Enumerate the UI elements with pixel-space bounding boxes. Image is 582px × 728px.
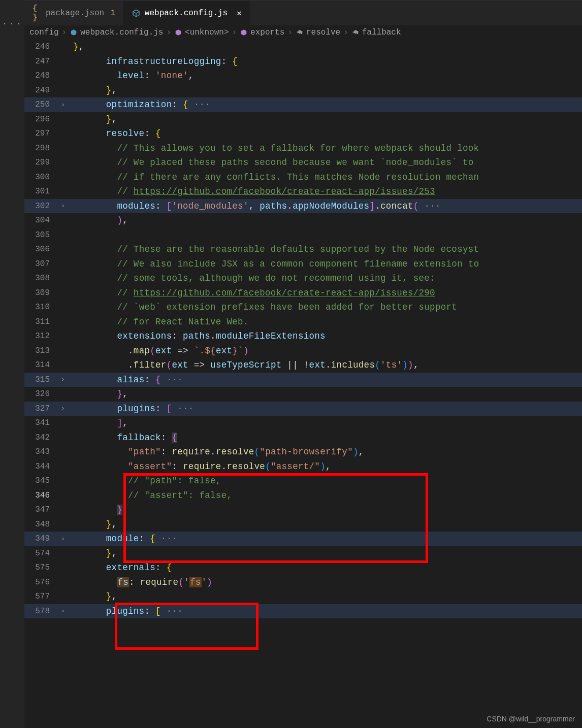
line-number: 327	[24, 404, 61, 413]
line-number: 347	[24, 505, 61, 514]
line-number: 314	[24, 360, 61, 370]
line-number: 305	[24, 230, 61, 240]
fold-icon[interactable]: ›	[61, 535, 73, 543]
line-number: 307	[24, 259, 61, 269]
chevron-right-icon: ›	[287, 28, 293, 37]
close-icon[interactable]: ✕	[237, 8, 242, 18]
breadcrumb-item[interactable]: <unknown>	[174, 28, 229, 37]
tab-package-json[interactable]: { } package.json 1	[24, 1, 123, 25]
line-number: 574	[24, 549, 61, 558]
line-number: 310	[24, 303, 61, 312]
module-icon	[174, 28, 182, 37]
line-number: 341	[24, 418, 61, 427]
watermark: CSDN @wild__programmer	[487, 715, 575, 723]
fold-icon[interactable]: ›	[61, 405, 73, 412]
line-number: 575	[24, 563, 61, 572]
fold-icon[interactable]: ›	[61, 101, 73, 109]
chevron-right-icon: ›	[343, 28, 348, 37]
line-number: 250	[24, 100, 61, 109]
line-number: 302	[24, 202, 61, 211]
json-file-icon: { }	[33, 9, 42, 18]
line-number: 300	[24, 173, 61, 182]
code-editor[interactable]: 246}, 247 infrastructureLogging: { 248 l…	[24, 40, 582, 618]
line-number: 304	[24, 216, 61, 225]
property-icon	[351, 28, 360, 37]
line-number: 346	[24, 491, 61, 500]
line-number: 343	[24, 447, 61, 456]
line-number: 345	[24, 476, 61, 485]
line-number: 247	[24, 57, 61, 66]
editor-group: { } package.json 1 webpack.config.js ✕ c…	[24, 0, 582, 728]
webpack-file-icon	[70, 28, 78, 37]
overflow-menu-icon[interactable]: ···	[0, 0, 24, 29]
line-number: 349	[24, 534, 61, 543]
fold-icon[interactable]: ›	[61, 607, 73, 615]
module-icon	[240, 28, 248, 37]
breadcrumb-item[interactable]: config	[29, 28, 59, 37]
line-number: 348	[24, 520, 61, 529]
line-number: 306	[24, 245, 61, 254]
tab-bar: { } package.json 1 webpack.config.js ✕	[24, 0, 582, 25]
modified-indicator: 1	[110, 9, 115, 18]
line-number: 309	[24, 288, 61, 297]
breadcrumb-item[interactable]: resolve	[296, 28, 340, 37]
line-number: 315	[24, 375, 61, 384]
tab-label: package.json	[46, 9, 104, 18]
line-number: 248	[24, 71, 61, 80]
fold-icon[interactable]: ›	[61, 202, 73, 210]
chevron-right-icon: ›	[62, 28, 67, 37]
line-number: 311	[24, 317, 61, 326]
chevron-right-icon: ›	[166, 28, 171, 37]
line-number: 342	[24, 433, 61, 442]
line-number: 344	[24, 462, 61, 471]
line-number: 578	[24, 607, 61, 616]
breadcrumb-item[interactable]: webpack.config.js	[70, 28, 163, 37]
line-number: 576	[24, 578, 61, 587]
line-number: 296	[24, 115, 61, 124]
chevron-right-icon: ›	[232, 28, 237, 37]
breadcrumbs[interactable]: config › webpack.config.js › <unknown> ›…	[24, 25, 582, 40]
fold-icon[interactable]: ›	[61, 376, 73, 383]
line-number: 326	[24, 389, 61, 399]
line-number: 246	[24, 42, 61, 51]
line-number: 299	[24, 158, 61, 167]
line-number: 577	[24, 592, 61, 601]
property-icon	[296, 28, 304, 37]
activity-bar: ···	[0, 0, 24, 728]
webpack-file-icon	[132, 9, 141, 18]
tab-webpack-config[interactable]: webpack.config.js ✕	[123, 1, 250, 25]
line-number: 301	[24, 187, 61, 196]
line-number: 298	[24, 144, 61, 153]
breadcrumb-item[interactable]: exports	[240, 28, 284, 37]
line-number: 312	[24, 332, 61, 341]
breadcrumb-item[interactable]: fallback	[351, 28, 401, 37]
line-number: 313	[24, 346, 61, 355]
line-number: 297	[24, 129, 61, 138]
line-number: 308	[24, 274, 61, 283]
line-number: 249	[24, 86, 61, 95]
tab-label: webpack.config.js	[145, 9, 228, 18]
